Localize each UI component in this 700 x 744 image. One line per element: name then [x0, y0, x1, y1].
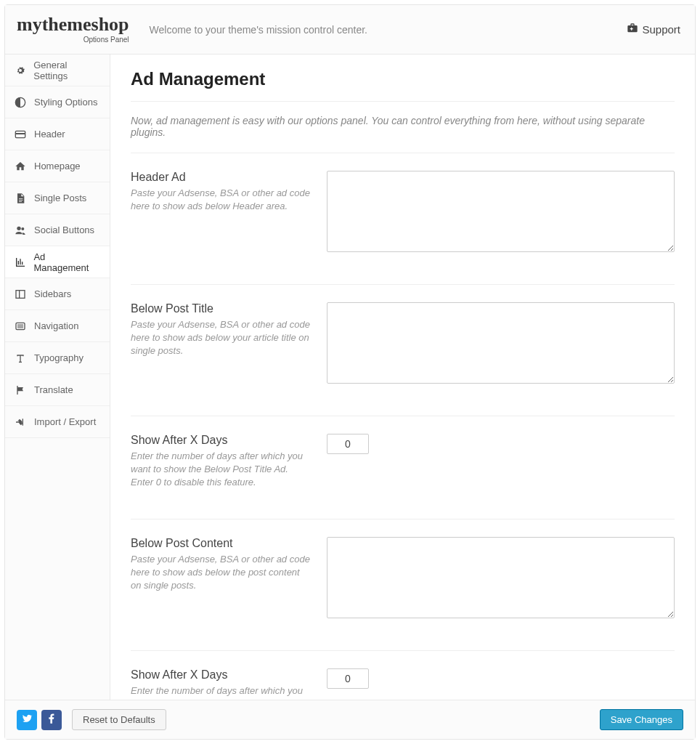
- field-desc: Enter the number of days after which you…: [131, 450, 312, 490]
- field-desc: Paste your Adsense, BSA or other ad code…: [131, 553, 312, 593]
- gears-icon: [14, 64, 26, 77]
- field-below-post-content: Below Post Content Paste your Adsense, B…: [131, 519, 675, 651]
- sidebar-item-label: Ad Management: [33, 251, 101, 273]
- field-title: Below Post Title: [131, 302, 312, 315]
- svg-point-3: [17, 226, 20, 230]
- sidebar-item-label: Translate: [34, 384, 73, 395]
- below-post-title-textarea[interactable]: [327, 302, 675, 384]
- sidebar-item-general-settings[interactable]: General Settings: [5, 54, 110, 86]
- home-icon: [14, 160, 27, 173]
- document-icon: [14, 192, 27, 205]
- show-after-days-input-2[interactable]: [327, 668, 369, 689]
- sidebar-item-label: Import / Export: [34, 416, 96, 427]
- sidebar: General Settings Styling Options Header …: [5, 54, 110, 700]
- sidebar-item-single-posts[interactable]: Single Posts: [5, 182, 110, 214]
- welcome-text: Welcome to your theme's mission control …: [150, 24, 627, 36]
- field-desc: Enter the number of days after which you…: [131, 684, 312, 700]
- support-icon: [627, 23, 638, 36]
- field-label: Header Ad Paste your Adsense, BSA or oth…: [131, 171, 327, 255]
- typography-icon: [14, 352, 27, 365]
- field-title: Header Ad: [131, 171, 312, 184]
- field-control: [327, 537, 675, 621]
- logo-text: mythemeshop: [17, 15, 129, 34]
- field-label: Show After X Days Enter the number of da…: [131, 434, 327, 490]
- field-label: Below Post Content Paste your Adsense, B…: [131, 537, 327, 621]
- field-title: Show After X Days: [131, 434, 312, 447]
- field-label: Below Post Title Paste your Adsense, BSA…: [131, 302, 327, 387]
- panel-body: General Settings Styling Options Header …: [5, 54, 695, 700]
- sidebar-item-label: Styling Options: [34, 97, 97, 108]
- field-title: Show After X Days: [131, 668, 312, 682]
- support-label: Support: [642, 23, 680, 36]
- sidebar-item-homepage[interactable]: Homepage: [5, 150, 110, 182]
- field-header-ad: Header Ad Paste your Adsense, BSA or oth…: [131, 153, 675, 285]
- twitter-icon: [21, 713, 33, 727]
- sidebar-item-label: General Settings: [33, 60, 101, 81]
- sidebar-item-label: Typography: [34, 352, 84, 363]
- credit-card-icon: [14, 128, 27, 141]
- users-icon: [14, 224, 27, 237]
- svg-rect-2: [15, 133, 25, 134]
- panel-header: mythemeshop Options Panel Welcome to you…: [5, 5, 695, 54]
- sidebar-item-label: Single Posts: [34, 193, 86, 203]
- reset-button[interactable]: Reset to Defaults: [72, 709, 166, 730]
- sidebar-item-label: Homepage: [34, 161, 81, 171]
- options-panel: mythemeshop Options Panel Welcome to you…: [4, 4, 696, 740]
- import-export-icon: [14, 416, 27, 429]
- contrast-icon: [14, 96, 27, 109]
- facebook-button[interactable]: [41, 710, 62, 730]
- header-ad-textarea[interactable]: [327, 171, 675, 252]
- flag-icon: [14, 384, 27, 397]
- svg-rect-5: [16, 290, 25, 298]
- field-title: Below Post Content: [131, 537, 312, 550]
- sidebar-item-typography[interactable]: Typography: [5, 342, 110, 374]
- sidebar-item-label: Navigation: [34, 320, 78, 331]
- logo: mythemeshop Options Panel: [17, 15, 129, 44]
- field-control: [327, 434, 675, 490]
- field-control: [327, 668, 675, 700]
- facebook-icon: [46, 713, 57, 727]
- sidebar-item-sidebars[interactable]: Sidebars: [5, 278, 110, 310]
- field-desc: Paste your Adsense, BSA or other ad code…: [131, 318, 312, 358]
- field-below-post-title: Below Post Title Paste your Adsense, BSA…: [131, 285, 675, 416]
- sidebar-item-social-buttons[interactable]: Social Buttons: [5, 214, 110, 246]
- panel-footer: Reset to Defaults Save Changes: [5, 700, 695, 739]
- show-after-days-input-1[interactable]: [327, 434, 369, 454]
- field-show-after-days-2: Show After X Days Enter the number of da…: [131, 651, 675, 700]
- bar-chart-icon: [14, 256, 26, 269]
- page-title: Ad Management: [131, 69, 675, 102]
- columns-icon: [14, 288, 27, 301]
- svg-point-4: [21, 227, 24, 230]
- field-control: [327, 171, 675, 255]
- sidebar-item-ad-management[interactable]: Ad Management: [5, 246, 110, 278]
- twitter-button[interactable]: [17, 710, 37, 730]
- sidebar-item-label: Sidebars: [34, 288, 71, 299]
- list-icon: [14, 320, 27, 333]
- svg-rect-11: [23, 418, 23, 425]
- field-label: Show After X Days Enter the number of da…: [131, 668, 327, 700]
- sidebar-item-styling-options[interactable]: Styling Options: [5, 86, 110, 118]
- field-show-after-days-1: Show After X Days Enter the number of da…: [131, 416, 675, 519]
- support-link[interactable]: Support: [627, 23, 680, 36]
- sidebar-item-header[interactable]: Header: [5, 118, 110, 150]
- sidebar-item-translate[interactable]: Translate: [5, 374, 110, 406]
- sidebar-item-import-export[interactable]: Import / Export: [5, 406, 110, 438]
- sidebar-item-label: Social Buttons: [34, 225, 94, 235]
- sidebar-item-label: Header: [34, 129, 65, 140]
- save-button[interactable]: Save Changes: [600, 709, 683, 730]
- field-control: [327, 302, 675, 387]
- content-area: Ad Management Now, ad management is easy…: [110, 54, 695, 700]
- sidebar-item-navigation[interactable]: Navigation: [5, 310, 110, 342]
- field-desc: Paste your Adsense, BSA or other ad code…: [131, 187, 312, 213]
- below-post-content-textarea[interactable]: [327, 537, 675, 618]
- page-description: Now, ad management is easy with our opti…: [131, 115, 675, 153]
- logo-subtitle: Options Panel: [84, 36, 129, 44]
